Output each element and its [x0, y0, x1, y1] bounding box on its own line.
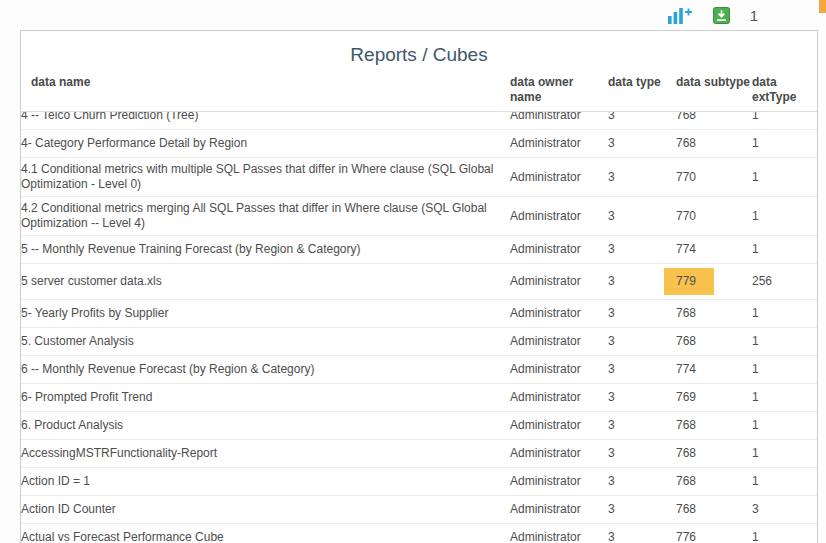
- table-row[interactable]: 4 -- Telco Churn Prediction (Tree)Admini…: [21, 112, 817, 130]
- table-row[interactable]: Action ID = 1Administrator37681: [21, 468, 817, 496]
- cell-type: 3: [608, 414, 676, 437]
- cell-subtype: 774: [676, 358, 752, 381]
- cell-type: 3: [608, 238, 676, 261]
- cell-type: 3: [608, 166, 676, 189]
- cell-owner: Administrator: [510, 414, 608, 437]
- cell-name: Action ID Counter: [21, 498, 510, 521]
- cell-owner: Administrator: [510, 205, 608, 228]
- cell-name: 4- Category Performance Detail by Region: [21, 132, 510, 155]
- cell-type: 3: [608, 498, 676, 521]
- cell-type: 3: [608, 470, 676, 493]
- cell-subtype: 768: [676, 414, 752, 437]
- cell-ext: 1: [752, 112, 817, 127]
- cell-ext: 1: [752, 166, 817, 189]
- cell-name: 5 -- Monthly Revenue Training Forecast (…: [21, 238, 510, 261]
- table-row[interactable]: 5- Yearly Profits by SupplierAdministrat…: [21, 300, 817, 328]
- cell-type: 3: [608, 302, 676, 325]
- column-header-data-subtype[interactable]: data subtype: [676, 73, 752, 90]
- cell-owner: Administrator: [510, 442, 608, 465]
- cell-name: Actual vs Forecast Performance Cube: [21, 526, 510, 543]
- cell-ext: 1: [752, 302, 817, 325]
- cell-name: 6. Product Analysis: [21, 414, 510, 437]
- cell-type: 3: [608, 205, 676, 228]
- export-icon[interactable]: [713, 7, 730, 24]
- cell-owner: Administrator: [510, 270, 608, 293]
- cell-owner: Administrator: [510, 358, 608, 381]
- corner-partial-icon: [819, 0, 826, 13]
- cell-name: 5. Customer Analysis: [21, 330, 510, 353]
- cell-subtype: 768: [676, 442, 752, 465]
- cell-owner: Administrator: [510, 132, 608, 155]
- cell-subtype: 770: [676, 166, 752, 189]
- cell-type: 3: [608, 358, 676, 381]
- cell-subtype: 768: [676, 470, 752, 493]
- cell-name: 5 server customer data.xls: [21, 270, 510, 293]
- table-scroll-viewport[interactable]: 4 -- Telco Churn Prediction (Tree)Admini…: [21, 112, 817, 543]
- cell-ext: 3: [752, 498, 817, 521]
- cell-type: 3: [608, 526, 676, 543]
- cell-ext: 1: [752, 470, 817, 493]
- table-row[interactable]: 4.1 Conditional metrics with multiple SQ…: [21, 158, 817, 197]
- cell-ext: 1: [752, 132, 817, 155]
- cell-ext: 1: [752, 330, 817, 353]
- cell-type: 3: [608, 442, 676, 465]
- reports-cubes-panel: Reports / Cubes data name data owner nam…: [20, 30, 818, 543]
- toolbar: 1: [0, 0, 826, 30]
- cell-name: 6- Prompted Profit Trend: [21, 386, 510, 409]
- table-row[interactable]: 4- Category Performance Detail by Region…: [21, 130, 817, 158]
- cell-ext: 1: [752, 358, 817, 381]
- cell-subtype: 768: [676, 132, 752, 155]
- cell-name: 6 -- Monthly Revenue Forecast (by Region…: [21, 358, 510, 381]
- cell-name: Action ID = 1: [21, 470, 510, 493]
- cell-name: 4.2 Conditional metrics merging All SQL …: [21, 197, 510, 235]
- table-row[interactable]: 5 server customer data.xlsAdministrator3…: [21, 264, 817, 300]
- add-chart-icon[interactable]: [667, 6, 693, 24]
- cell-ext: 1: [752, 238, 817, 261]
- cell-subtype: 768: [676, 302, 752, 325]
- cell-subtype: 768: [676, 330, 752, 353]
- cell-ext: 1: [752, 386, 817, 409]
- column-header-data-exttype[interactable]: data extType: [752, 73, 817, 105]
- cell-owner: Administrator: [510, 166, 608, 189]
- table-row[interactable]: Action ID CounterAdministrator37683: [21, 496, 817, 524]
- cell-name: 5- Yearly Profits by Supplier: [21, 302, 510, 325]
- column-header-data-type[interactable]: data type: [608, 73, 676, 90]
- cell-subtype: 770: [676, 205, 752, 228]
- cell-subtype: 769: [676, 386, 752, 409]
- cell-subtype: 774: [676, 238, 752, 261]
- cell-owner: Administrator: [510, 526, 608, 543]
- cell-name: 4 -- Telco Churn Prediction (Tree): [21, 112, 510, 127]
- cell-subtype: 768: [676, 112, 752, 127]
- table-row[interactable]: 6. Product AnalysisAdministrator37681: [21, 412, 817, 440]
- cell-type: 3: [608, 386, 676, 409]
- column-header-data-owner-name[interactable]: data owner name: [510, 73, 608, 105]
- cell-subtype: 768: [676, 498, 752, 521]
- cell-ext: 1: [752, 205, 817, 228]
- cell-owner: Administrator: [510, 112, 608, 127]
- table-row[interactable]: 6 -- Monthly Revenue Forecast (by Region…: [21, 356, 817, 384]
- page-title: Reports / Cubes: [21, 31, 817, 73]
- table-row[interactable]: 4.2 Conditional metrics merging All SQL …: [21, 197, 817, 236]
- cell-name: 4.1 Conditional metrics with multiple SQ…: [21, 158, 510, 196]
- cell-owner: Administrator: [510, 498, 608, 521]
- toolbar-count: 1: [750, 7, 758, 24]
- cell-owner: Administrator: [510, 470, 608, 493]
- table-row[interactable]: 6- Prompted Profit TrendAdministrator376…: [21, 384, 817, 412]
- cell-type: 3: [608, 112, 676, 127]
- cell-subtype: 776: [676, 526, 752, 543]
- cell-ext: 1: [752, 442, 817, 465]
- table-body: 4 -- Telco Churn Prediction (Tree)Admini…: [21, 112, 817, 543]
- column-header-data-name[interactable]: data name: [21, 73, 510, 90]
- table-row[interactable]: AccessingMSTRFunctionality-ReportAdminis…: [21, 440, 817, 468]
- table-row[interactable]: 5. Customer AnalysisAdministrator37681: [21, 328, 817, 356]
- cell-ext: 256: [752, 270, 817, 293]
- cell-type: 3: [608, 330, 676, 353]
- cell-owner: Administrator: [510, 302, 608, 325]
- table-row[interactable]: Actual vs Forecast Performance CubeAdmin…: [21, 524, 817, 543]
- cell-owner: Administrator: [510, 238, 608, 261]
- cell-subtype: 779: [676, 264, 752, 299]
- cell-ext: 1: [752, 414, 817, 437]
- table-header: data name data owner name data type data…: [21, 73, 817, 112]
- table-row[interactable]: 5 -- Monthly Revenue Training Forecast (…: [21, 236, 817, 264]
- cell-type: 3: [608, 132, 676, 155]
